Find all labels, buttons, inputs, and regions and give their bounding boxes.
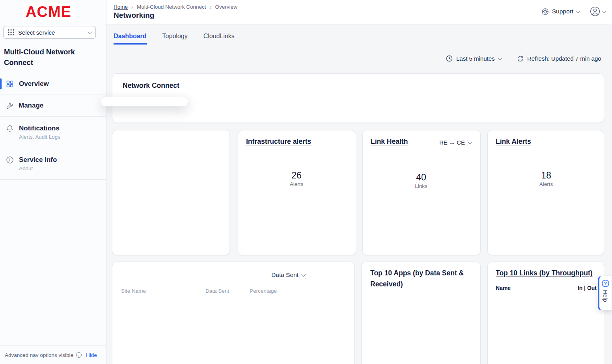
sidebar-footer: Advanced nav options visible i Hide [0,345,106,364]
donut-chart: 40 Links [396,155,446,206]
panel-title: Network Connect [123,82,179,90]
networking-dropdown-menu [101,97,188,106]
tab-dashboard[interactable]: Dashboard [114,33,147,45]
refresh-button[interactable]: Refresh: Updated 7 min ago [517,55,601,62]
donut-chart: 18 Alerts [521,153,571,204]
donut-center: 26 Alerts [282,163,312,193]
link-health-title[interactable]: Link Health [371,137,408,146]
divider [0,95,106,95]
donut-center: 18 Alerts [531,163,561,193]
clock-icon [446,55,453,62]
overview-section-label: Overview [19,80,49,88]
overview-grid-icon [6,80,14,88]
acme-logo: ACME [23,2,74,21]
info-circle-icon [6,156,14,164]
sidebar-section-manage[interactable]: Manage [0,99,106,112]
obscured-health-card [112,130,230,255]
top-links-card: Top 10 Links (by Throughput) Name In | O… [487,262,604,364]
lifebuoy-icon [541,8,549,15]
support-menu[interactable]: Support [541,8,580,15]
time-range-label: Last 5 minutes [456,55,495,62]
user-menu[interactable] [590,6,606,17]
divider [0,148,106,148]
top-header: Home › Multi-Cloud Network Connect › Ove… [106,0,612,24]
top-apps-title: Top 10 Apps (by Data Sent & Received) [370,267,474,290]
data-sent-selector[interactable]: Data Sent [271,271,305,279]
breadcrumb: Home › Multi-Cloud Network Connect › Ove… [114,4,237,10]
infrastructure-alerts-card: Infrastructure alerts 26 Alerts [238,130,356,255]
links-count-label: Links [415,183,427,189]
chevron-down-icon [88,30,92,34]
apps-grid-icon [7,29,15,36]
advanced-nav-text: Advanced nav options visible [5,352,73,358]
top-sites-card: Data Sent Site Name Data Sent Percentage [112,262,355,364]
links-count: 40 [416,172,426,183]
tab-bar: Dashboard Topology CloudLinks [114,33,235,45]
tab-cloudlinks[interactable]: CloudLinks [203,33,235,45]
donut-center: 40 Links [406,165,436,195]
manage-section-label: Manage [19,102,43,110]
help-tab[interactable]: ? Help [598,276,612,310]
breadcrumb-home[interactable]: Home [114,4,128,10]
app-window: ACME Select service Multi-Cloud Network … [0,0,612,364]
service-selector-label: Select service [18,29,55,36]
sidebar-item-service-info[interactable]: Service Info About [0,152,106,175]
chevron-down-icon [301,272,306,277]
column-percentage: Percentage [250,288,309,294]
service-info-label: Service Info [19,156,57,164]
question-mark-icon: ? [602,280,609,287]
donut-chart [148,153,198,204]
hide-nav-link[interactable]: Hide [86,352,97,358]
donut-chart: 26 Alerts [271,153,322,204]
notifications-sublabel: Alerts, Audit Logs [19,134,60,140]
active-section-bar [0,78,2,89]
alerts-count: 18 [541,170,551,181]
link-type-selector[interactable]: RE ↔ CE [439,139,472,146]
product-title: Multi-Cloud Network Connect [4,46,97,68]
help-label: Help [602,290,609,302]
bell-icon [6,124,14,132]
page-title: Networking [114,11,154,20]
top-apps-card: Top 10 Apps (by Data Sent & Received) [361,262,481,364]
data-sent-selector-value: Data Sent [271,271,299,279]
chevron-down-icon [576,9,580,13]
table-header: Site Name Data Sent Percentage [121,288,345,294]
column-data-sent: Data Sent [205,288,250,294]
breadcrumb-item[interactable]: Overview [215,4,237,10]
alerts-count: 26 [291,170,302,181]
service-info-sublabel: About [19,165,57,171]
notifications-label: Notifications [19,124,60,132]
chevron-down-icon [498,56,502,60]
infrastructure-alerts-title[interactable]: Infrastructure alerts [246,137,311,146]
column-site-name: Site Name [121,288,205,294]
wrench-icon [6,102,13,110]
chevron-down-icon [602,9,606,13]
refresh-icon [517,56,524,62]
sidebar-section-overview[interactable]: Overview [0,77,106,91]
donut-center [158,163,188,193]
tab-topology[interactable]: Topology [162,33,188,45]
support-label: Support [552,8,573,15]
breadcrumb-item[interactable]: Multi-Cloud Network Connect [137,4,206,10]
link-alerts-title[interactable]: Link Alerts [496,137,531,146]
alerts-count-label: Alerts [539,181,553,187]
sidebar: ACME Select service Multi-Cloud Network … [0,0,106,364]
time-range-selector[interactable]: Last 5 minutes [446,55,502,62]
sidebar-item-notifications[interactable]: Notifications Alerts, Audit Logs [0,121,106,144]
service-selector[interactable]: Select service [3,26,96,39]
link-health-card: Link Health RE ↔ CE 40 Links [362,130,481,255]
avatar-icon [590,6,600,17]
column-name: Name [496,285,511,291]
column-in-out: In | Out [578,285,597,291]
chevron-down-icon [468,139,472,144]
top-links-title[interactable]: Top 10 Links (by Throughput) [496,269,593,277]
info-icon: i [76,352,82,358]
alerts-count-label: Alerts [290,181,304,187]
refresh-label: Refresh: Updated 7 min ago [527,55,601,62]
link-type-value: RE ↔ CE [439,139,465,146]
sidebar-nav: Overview Manage Notifications Alerts, Au… [0,77,106,184]
divider [0,179,106,180]
links-table-header: Name In | Out [496,285,597,291]
link-alerts-card: Link Alerts 18 Alerts [487,130,604,255]
breadcrumb-separator: › [210,4,212,10]
